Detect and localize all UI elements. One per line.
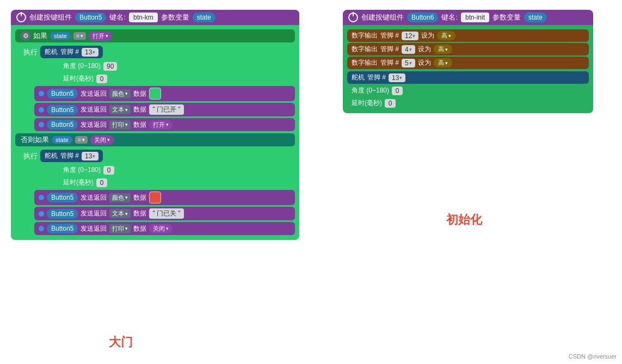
- connector-dot-3: [39, 122, 44, 127]
- angle-row-2: 角度 (0~180) 0: [59, 164, 295, 176]
- connector-dot-c3: [39, 226, 44, 231]
- if-eq: =: [73, 32, 86, 40]
- send-button-c3: Button5: [47, 224, 78, 233]
- servo-row-1: 舵机 管脚 # 13: [40, 46, 103, 58]
- send-type-3: 打印: [109, 120, 131, 129]
- left-param-value: state: [193, 13, 215, 22]
- delay-value-r: 0: [385, 99, 396, 108]
- send-action-c2: 发送返回: [81, 209, 107, 218]
- delay-label-1: 延时(毫秒): [63, 74, 94, 83]
- dout-row-1: 数字输出 管脚 # 12 设为 高: [347, 29, 589, 42]
- angle-label-2: 角度 (0~180): [63, 165, 101, 175]
- angle-label-1: 角度 (0~180): [63, 61, 101, 71]
- dout-pin-val-1: 12: [402, 32, 418, 40]
- angle-label-r: 角度 (0~180): [352, 86, 389, 95]
- send-button-2: Button5: [47, 105, 78, 115]
- servo-pin-label-2: 管脚 #: [60, 151, 79, 161]
- dout-level-1: 高: [437, 31, 455, 40]
- else-value: 关闭: [90, 135, 114, 145]
- delay-label-2: 延时(毫秒): [63, 178, 94, 187]
- right-key-value: btn-init: [461, 13, 489, 22]
- send-value-2: " 门已开 ": [149, 104, 183, 115]
- send-value-c2: " 门已关 ": [149, 208, 183, 219]
- connector-dot-1: [39, 91, 44, 96]
- servo-label-r: 舵机: [352, 73, 365, 82]
- if-label: 如果: [33, 31, 47, 41]
- send-type-c2: 文本: [109, 209, 131, 218]
- color-dot-green: [149, 88, 161, 100]
- send-row-close-2: Button5 发送返回 文本 数据 " 门已关 ": [34, 207, 295, 220]
- send-value-c3: 关闭: [149, 224, 173, 233]
- gear-icon-if: ⚙: [21, 31, 30, 41]
- send-row-close-3: Button5 发送返回 打印 数据 关闭: [34, 222, 295, 235]
- send-type-1: 颜色: [109, 89, 131, 98]
- left-bottom-label: 大门: [109, 334, 133, 350]
- exec-label: 执行: [23, 47, 38, 57]
- send-row-close-1: Button5 发送返回 颜色 数据: [34, 190, 295, 205]
- color-dot-red: [149, 192, 161, 203]
- delay-row-1: 延时(毫秒) 0: [59, 73, 295, 84]
- delay-label-r: 延时(毫秒): [352, 98, 382, 108]
- dout-pin-label-1: 管脚 #: [380, 31, 399, 40]
- servo-row-2: 舵机 管脚 # 13: [40, 150, 103, 162]
- dout-pin-val-3: 5: [402, 59, 415, 67]
- delay-value-1: 0: [96, 75, 107, 83]
- servo-pin-val-1: 13: [82, 48, 98, 57]
- send-button-3: Button5: [47, 120, 78, 129]
- right-param-label: 参数变量: [492, 13, 521, 22]
- left-header-label: 创建按键组件: [29, 13, 72, 22]
- dout-label-3: 数字输出: [352, 58, 378, 67]
- watermark: CSDN @riversuer: [569, 353, 617, 360]
- dout-set-label-3: 设为: [418, 58, 431, 67]
- send-data-label-c2: 数据: [133, 209, 146, 218]
- left-block: 创建按键组件 Button5 键名: btn-km 参数变量 state ⚙ 如…: [11, 10, 299, 240]
- dout-label-2: 数字输出: [352, 45, 378, 54]
- servo-label-1: 舵机: [45, 47, 58, 57]
- send-type-c3: 打印: [109, 224, 131, 233]
- connector-dot-c2: [39, 211, 44, 217]
- send-action-2: 发送返回: [81, 105, 107, 114]
- send-value-3: 打开: [149, 120, 173, 129]
- exec-label-row-2: 执行 舵机 管脚 # 13: [23, 149, 295, 163]
- send-data-label-1: 数据: [133, 89, 146, 98]
- dout-set-label-1: 设为: [421, 31, 434, 40]
- connector-dot-c1: [39, 195, 44, 200]
- if-value: 打开: [89, 32, 112, 41]
- else-state: state: [52, 136, 72, 144]
- connector-dot-2: [39, 107, 44, 113]
- else-eq: =: [75, 136, 88, 144]
- exec-label-2: 执行: [23, 151, 38, 161]
- send-action-3: 发送返回: [81, 120, 107, 129]
- angle-value-2: 0: [103, 166, 114, 175]
- send-action-c1: 发送返回: [81, 193, 107, 202]
- dout-row-2: 数字输出 管脚 # 4 设为 高: [347, 43, 589, 55]
- power-icon-r: [348, 13, 358, 22]
- send-type-c1: 颜色: [109, 193, 131, 202]
- dout-level-3: 高: [434, 58, 452, 67]
- else-if-row: 否则如果 state = 关闭: [15, 133, 295, 146]
- left-key-value: btn-km: [129, 13, 158, 22]
- send-type-2: 文本: [109, 105, 131, 114]
- send-button-1: Button5: [47, 89, 78, 98]
- right-key-label: 键名:: [441, 13, 458, 22]
- right-button-name: Button6: [407, 13, 438, 22]
- send-row-open-1: Button5 发送返回 颜色 数据: [34, 86, 295, 101]
- angle-value-r: 0: [392, 87, 403, 95]
- angle-row-1: 角度 (0~180) 90: [59, 60, 295, 72]
- exec-label-row: 执行 舵机 管脚 # 13: [23, 45, 295, 59]
- send-action-c3: 发送返回: [81, 224, 107, 233]
- if-row: ⚙ 如果 state = 打开: [15, 29, 295, 42]
- delay-row-right: 延时(毫秒) 0: [347, 97, 589, 109]
- right-block: 创建按键组件 Button6 键名: btn-init 参数变量 state 数…: [343, 10, 593, 113]
- dout-set-label-2: 设为: [418, 45, 431, 54]
- if-state: state: [50, 32, 71, 40]
- servo-pin-label-1: 管脚 #: [60, 47, 79, 57]
- servo-row-right: 舵机 管脚 # 13: [347, 71, 589, 84]
- dout-pin-val-2: 4: [402, 45, 415, 54]
- send-button-c1: Button5: [47, 193, 78, 202]
- left-header: 创建按键组件 Button5 键名: btn-km 参数变量 state: [11, 10, 299, 25]
- power-icon: [16, 13, 26, 22]
- servo-label-2: 舵机: [45, 151, 58, 161]
- right-header-label: 创建按键组件: [361, 13, 404, 22]
- left-key-label: 键名:: [109, 13, 126, 22]
